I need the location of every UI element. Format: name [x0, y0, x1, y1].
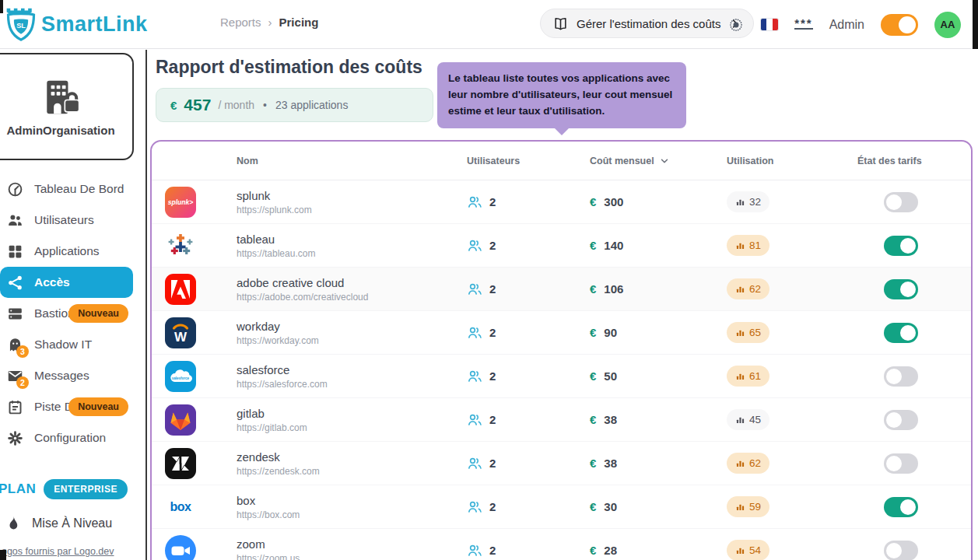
app-name-cell[interactable]: zoomhttps://zoom.us — [237, 537, 467, 560]
password-dots-icon[interactable]: *** — [794, 19, 813, 30]
nouveau-badge: Nouveau — [68, 304, 128, 323]
monthly-cost: 30 — [604, 500, 617, 513]
sidebar-item-applications[interactable]: Applications — [0, 236, 133, 267]
logo-credit-link[interactable]: Logos fournis par Logo.dev — [0, 546, 145, 557]
app-logo-cell — [165, 274, 237, 305]
toggle-knob — [886, 456, 902, 471]
usage-value: 65 — [749, 327, 761, 338]
users-count: 2 — [489, 457, 496, 470]
app-name-cell[interactable]: adobe creative cloudhttps://adobe.com/cr… — [237, 276, 467, 303]
usage-cell: 45 — [727, 409, 857, 430]
cost-cell: €38 — [590, 413, 727, 426]
language-french-flag-icon[interactable] — [761, 19, 778, 30]
plan-row: PLAN ENTERPRISE — [0, 479, 145, 499]
sidebar-item-tableau-de-bord[interactable]: Tableau De Bord — [0, 173, 133, 205]
sidebar-item-acc-s[interactable]: Accès — [0, 267, 133, 298]
euro-icon: € — [590, 326, 596, 339]
tariff-status-cell — [857, 279, 971, 299]
tariff-status-toggle[interactable] — [884, 192, 918, 212]
theme-sun-icon[interactable] — [727, 16, 745, 33]
mail-icon: 2 — [7, 368, 23, 384]
usage-cell: 59 — [727, 496, 857, 517]
users-cell: 2 — [467, 499, 590, 515]
app-name-cell[interactable]: zendeskhttps://zendesk.com — [237, 450, 467, 477]
tariff-status-toggle[interactable] — [884, 453, 918, 474]
table-row: adobe creative cloudhttps://adobe.com/cr… — [152, 268, 971, 311]
table-row: zoomhttps://zoom.us2€2854 — [152, 529, 971, 560]
column-header-nom[interactable]: Nom — [237, 156, 467, 166]
toggle-knob — [900, 499, 916, 515]
app-name-cell[interactable]: salesforcehttps://salesforce.com — [237, 363, 467, 390]
users-icon — [7, 212, 23, 229]
page-title: Rapport d'estimation des coûts — [156, 57, 422, 78]
sidebar-item-messages[interactable]: 2Messages — [0, 360, 133, 391]
sidebar-item-utilisateurs[interactable]: Utilisateurs — [0, 205, 133, 236]
manage-cost-estimate-button[interactable]: Gérer l'estimation des coûts — [540, 9, 754, 38]
tariff-status-toggle[interactable] — [884, 410, 918, 430]
cost-period: / month — [218, 99, 254, 111]
avatar[interactable]: AA — [934, 12, 961, 38]
monthly-cost: 38 — [604, 413, 617, 426]
tariff-status-toggle[interactable] — [884, 541, 918, 560]
users-cell: 2 — [467, 369, 590, 384]
sidebar-item-bastion[interactable]: BastionNouveau — [0, 298, 133, 329]
bar-chart-icon — [735, 240, 745, 250]
column-header-tat-des-tarifs[interactable]: État des tarifs — [857, 156, 971, 166]
organization-card[interactable]: AdminOrganisation — [0, 53, 134, 160]
table-help-tooltip: Le tableau liste toutes vos applications… — [437, 62, 686, 128]
toggle-knob — [900, 238, 916, 254]
tariff-status-toggle[interactable] — [884, 323, 918, 343]
plan-enterprise-badge: ENTERPRISE — [44, 479, 128, 499]
app-name-cell[interactable]: splunkhttps://splunk.com — [237, 189, 467, 215]
tariff-status-cell — [857, 323, 971, 343]
app-logo-cell — [165, 448, 237, 479]
tariff-status-toggle[interactable] — [884, 279, 918, 299]
admin-label: Admin — [829, 18, 864, 32]
tariff-status-toggle[interactable] — [884, 497, 918, 517]
app-logo-cell: splunk> — [165, 187, 237, 218]
bar-chart-icon — [735, 545, 745, 555]
tariff-status-toggle[interactable] — [884, 236, 918, 256]
toggle-knob — [900, 282, 916, 297]
app-url: https://splunk.com — [237, 205, 467, 215]
column-header-co-t-mensuel[interactable]: Coût mensuel — [590, 156, 727, 166]
app-logo-cell: salesforce — [165, 361, 237, 392]
app-name-cell[interactable]: boxhttps://box.com — [237, 494, 467, 520]
sidebar-item-upgrade[interactable]: Mise À Niveau — [0, 516, 145, 531]
column-header-utilisation[interactable]: Utilisation — [727, 156, 857, 166]
euro-icon: € — [590, 195, 596, 208]
table-row: splunk>splunkhttps://splunk.com2€30032 — [152, 180, 971, 224]
ghost-icon: 3 — [7, 337, 23, 353]
column-label: Utilisateurs — [467, 156, 520, 166]
app-name-cell[interactable]: workdayhttps://workday.com — [237, 320, 467, 346]
toggle-knob — [886, 412, 902, 428]
users-count-icon — [467, 499, 482, 515]
breadcrumb-section[interactable]: Reports — [220, 16, 261, 29]
users-cell: 2 — [467, 325, 590, 341]
usage-badge: 32 — [727, 191, 769, 212]
box-logo: box — [165, 492, 237, 523]
app-logo[interactable]: SL SmartLink — [4, 6, 148, 42]
sidebar-item-label: Applications — [34, 244, 100, 258]
euro-icon: € — [590, 413, 596, 426]
app-name-cell[interactable]: tableauhttps://tableau.com — [237, 233, 467, 259]
bullet-separator: • — [263, 99, 267, 111]
admin-mode-toggle[interactable] — [881, 14, 918, 36]
tariff-status-cell — [857, 410, 971, 430]
tariff-status-toggle[interactable] — [884, 366, 918, 387]
monthly-cost: 90 — [604, 326, 617, 339]
column-header-utilisateurs[interactable]: Utilisateurs — [467, 156, 590, 166]
sidebar-item-label: Shadow IT — [34, 338, 92, 352]
org-name: AdminOrganisation — [6, 124, 114, 137]
sidebar-item-label: Accès — [34, 275, 70, 289]
app-name: box — [237, 494, 467, 507]
users-cell: 2 — [467, 282, 590, 297]
sidebar-item-piste-d-audit[interactable]: Piste D'auditNouveau — [0, 391, 133, 422]
users-cell: 2 — [467, 412, 590, 428]
app-name-cell[interactable]: gitlabhttps://gitlab.com — [237, 407, 467, 433]
sidebar-item-configuration[interactable]: Configuration — [0, 422, 133, 453]
usage-badge: 54 — [727, 540, 769, 560]
main-content: Rapport d'estimation des coûts € 457 / m… — [149, 50, 973, 560]
sidebar-item-shadow-it[interactable]: 3Shadow IT — [0, 329, 133, 360]
toggle-knob — [900, 325, 916, 341]
